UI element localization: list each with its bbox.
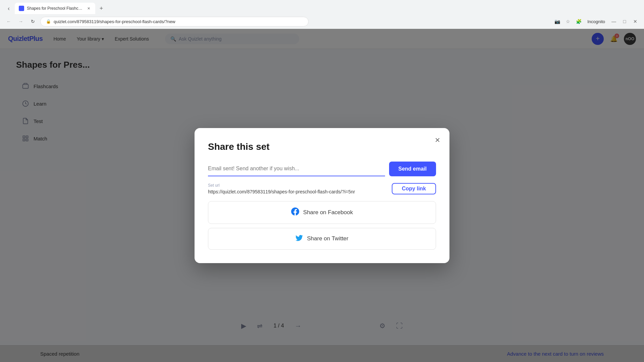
minimize-button[interactable]: —: [609, 17, 619, 26]
tab-close-button[interactable]: ✕: [86, 6, 91, 11]
modal-close-button[interactable]: ✕: [432, 135, 443, 145]
tab-bar: ‹ Shapes for Preschool Flashcard... ✕ +: [0, 0, 644, 14]
modal-title: Share this set: [208, 141, 436, 152]
incognito-label: Incognito: [585, 19, 608, 24]
facebook-icon: [291, 207, 299, 218]
email-section: Send email: [208, 162, 436, 176]
browser-nav-bar: ← → ↻ 🔒 quizlet.com/879583119/shapes-for…: [0, 14, 644, 29]
address-bar[interactable]: 🔒 quizlet.com/879583119/shapes-for-presc…: [40, 17, 309, 26]
close-window-button[interactable]: ✕: [631, 17, 640, 26]
modal-overlay: ✕ Share this set Send email Set url http…: [0, 29, 644, 362]
copy-link-button[interactable]: Copy link: [392, 183, 436, 194]
url-section: Set url https://quizlet.com/879583119/sh…: [208, 183, 436, 194]
share-modal: ✕ Share this set Send email Set url http…: [195, 128, 449, 263]
extensions-button[interactable]: 🧩: [574, 17, 583, 26]
bookmark-button[interactable]: ☆: [563, 17, 573, 26]
camera-button[interactable]: 📷: [552, 17, 562, 26]
maximize-button[interactable]: □: [620, 17, 629, 26]
url-display: quizlet.com/879583119/shapes-for-prescho…: [54, 19, 303, 24]
active-tab[interactable]: Shapes for Preschool Flashcard... ✕: [15, 3, 95, 14]
email-input-container: [208, 162, 385, 176]
back-arrow[interactable]: ‹: [4, 4, 13, 13]
twitter-icon: [296, 234, 303, 243]
back-button[interactable]: ←: [4, 17, 13, 26]
email-input[interactable]: [208, 162, 385, 176]
refresh-button[interactable]: ↻: [28, 17, 38, 26]
facebook-label: Share on Facebook: [303, 209, 353, 216]
url-label: Set url: [208, 183, 388, 188]
share-twitter-button[interactable]: Share on Twitter: [208, 228, 436, 250]
forward-button[interactable]: →: [16, 17, 25, 26]
app-content: QuizletPlus Home Your library ▾ Expert S…: [0, 29, 644, 362]
share-facebook-button[interactable]: Share on Facebook: [208, 201, 436, 224]
tab-title: Shapes for Preschool Flashcard...: [27, 6, 83, 11]
tab-favicon: [19, 6, 24, 11]
browser-action-buttons: 📷 ☆ 🧩 Incognito — □ ✕: [552, 17, 640, 26]
twitter-label: Share on Twitter: [307, 235, 348, 242]
send-email-button[interactable]: Send email: [389, 162, 436, 176]
browser-chrome: ‹ Shapes for Preschool Flashcard... ✕ + …: [0, 0, 644, 29]
new-tab-button[interactable]: +: [97, 4, 106, 13]
url-value: https://quizlet.com/879583119/shapes-for…: [208, 189, 388, 194]
url-container: Set url https://quizlet.com/879583119/sh…: [208, 183, 388, 194]
